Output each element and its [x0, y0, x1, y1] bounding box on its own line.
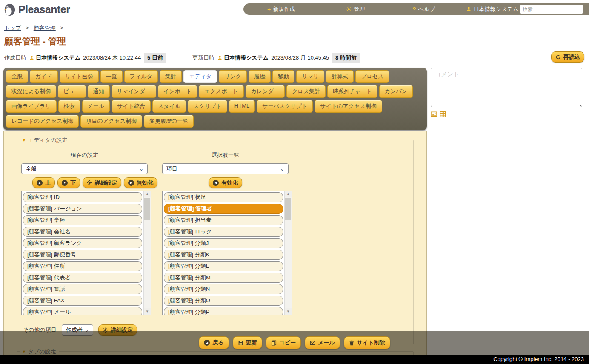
scrollbar-thumb[interactable]: [285, 198, 291, 220]
tab-item[interactable]: 検索: [58, 100, 80, 113]
tab-item[interactable]: クロス集計: [286, 85, 326, 98]
tab-item[interactable]: カレンダー: [246, 85, 285, 98]
reload-button[interactable]: 再読込: [551, 51, 584, 63]
scroll-down-icon[interactable]: ▼: [285, 308, 292, 315]
list-item[interactable]: [顧客管理] 管理者: [164, 204, 283, 214]
tab-item[interactable]: 全般: [6, 70, 28, 83]
tab-item[interactable]: 変更履歴の一覧: [144, 115, 194, 128]
tab-item[interactable]: ビュー: [58, 85, 86, 98]
nav-item-help[interactable]: ?ヘルプ: [412, 6, 435, 13]
tab-item[interactable]: HTML: [229, 100, 255, 113]
tab-item[interactable]: プロセス: [355, 70, 389, 83]
choices-listbox: [顧客管理] 状況[顧客管理] 管理者[顧客管理] 担当者[顧客管理] ロック[…: [162, 191, 292, 315]
tab-item[interactable]: ガイド: [30, 70, 58, 83]
list-item[interactable]: [顧客管理] 状況: [164, 192, 283, 202]
list-item[interactable]: [顧客管理] ロック: [164, 227, 283, 237]
scroll-up-icon[interactable]: ▲: [144, 191, 151, 197]
nav-item-new[interactable]: +新規作成: [267, 6, 295, 13]
nav-item-manage[interactable]: 管理: [346, 6, 365, 13]
list-item[interactable]: [顧客管理] 会社名: [23, 227, 142, 237]
settings-column: 全般ガイドサイト画像一覧フィルタ集計エディタリンク履歴移動サマリ計算式プロセス状…: [3, 68, 427, 364]
list-item[interactable]: [顧客管理] 分類O: [164, 296, 283, 306]
copy-icon: [271, 340, 277, 346]
tab-item[interactable]: スタイル: [152, 100, 186, 113]
tab-item[interactable]: サイト画像: [60, 70, 99, 83]
breadcrumb-link-top[interactable]: トップ: [4, 25, 21, 31]
tab-item[interactable]: 集計: [160, 70, 182, 83]
list-item[interactable]: [顧客管理] 分類M: [164, 273, 283, 283]
tab-item[interactable]: カンバン: [379, 85, 413, 98]
tab-item[interactable]: 移動: [272, 70, 294, 83]
tab-item[interactable]: レコードのアクセス制御: [6, 115, 79, 128]
tab-item[interactable]: インポート: [158, 85, 197, 98]
question-icon: ?: [412, 6, 416, 13]
listbox-scrollbar[interactable]: ▲ ▼: [143, 191, 151, 315]
breadcrumb: トップ > 顧客管理 >: [4, 24, 589, 32]
list-item[interactable]: [顧客管理] 郵便番号: [23, 250, 142, 260]
tab-item[interactable]: リンク: [219, 70, 247, 83]
app-logo[interactable]: Pleasanter: [3, 2, 70, 17]
tab-item[interactable]: リマインダー: [112, 85, 157, 98]
list-item[interactable]: [顧客管理] 担当者: [164, 215, 283, 225]
list-item[interactable]: [顧客管理] 分類P: [164, 307, 283, 315]
tab-item[interactable]: サイト統合: [112, 100, 151, 113]
search-input[interactable]: [520, 5, 583, 14]
nav-item-user[interactable]: 日本情報システム: [466, 6, 518, 13]
list-item[interactable]: [顧客管理] 代表者: [23, 273, 142, 283]
list-item[interactable]: [顧客管理] FAX: [23, 296, 142, 306]
top-bar: Pleasanter +新規作成管理?ヘルプ日本情報システム: [0, 0, 589, 20]
tab-item[interactable]: サイトのアクセス制御: [315, 100, 382, 113]
list-item[interactable]: [顧客管理] 顧客ランク: [23, 238, 142, 248]
listbox-scrollbar[interactable]: ▲ ▼: [284, 191, 292, 315]
breadcrumb-link-site[interactable]: 顧客管理: [34, 25, 56, 31]
list-item[interactable]: [顧客管理] メール: [23, 307, 142, 315]
tab-item[interactable]: メール: [82, 100, 110, 113]
circle-right-icon: ▶: [128, 180, 134, 186]
tab-item[interactable]: 計算式: [326, 70, 354, 83]
list-item[interactable]: [顧客管理] 分類J: [164, 238, 283, 248]
image-button[interactable]: [431, 111, 437, 117]
move-up-button[interactable]: ▲上: [32, 177, 55, 188]
scrollbar-thumb[interactable]: [144, 198, 150, 220]
move-down-button[interactable]: ▼下: [57, 177, 80, 188]
list-item[interactable]: [顧客管理] 分類K: [164, 250, 283, 260]
circle-left-icon: ◀: [213, 180, 219, 186]
comment-input[interactable]: [431, 68, 582, 107]
tab-item[interactable]: エクスポート: [199, 85, 244, 98]
tab-item[interactable]: サマリ: [296, 70, 324, 83]
back-button[interactable]: ◀戻る: [199, 336, 229, 349]
tab-item[interactable]: 項目のアクセス制御: [80, 115, 142, 128]
tab-item[interactable]: 履歴: [249, 70, 271, 83]
list-item[interactable]: [顧客管理] ID: [23, 192, 142, 202]
current-settings-select[interactable]: 全般 ⌄: [21, 163, 148, 174]
detail-settings-button[interactable]: 詳細設定: [83, 177, 121, 188]
update-button[interactable]: 更新: [233, 336, 262, 349]
list-item[interactable]: [顧客管理] 電話: [23, 284, 142, 294]
choices-select[interactable]: 項目 ⌄: [162, 163, 289, 174]
tab-item[interactable]: サーバスクリプト: [257, 100, 313, 113]
mail-button[interactable]: メール: [305, 336, 340, 349]
tab-item[interactable]: スクリプト: [188, 100, 227, 113]
tab-item[interactable]: 一覧: [100, 70, 123, 83]
list-item[interactable]: [顧客管理] バージョン: [23, 204, 142, 214]
grid-button[interactable]: [440, 111, 446, 117]
list-item[interactable]: [顧客管理] 分類L: [164, 261, 283, 271]
enable-button[interactable]: ◀有効化: [209, 177, 242, 188]
tab-item[interactable]: フィルタ: [124, 70, 158, 83]
tab-item[interactable]: 通知: [88, 85, 110, 98]
disable-button[interactable]: ▶無効化: [124, 177, 157, 188]
scroll-down-icon[interactable]: ▼: [144, 308, 151, 315]
tab-item[interactable]: 状況による制御: [6, 85, 56, 98]
tab-item[interactable]: エディタ: [183, 70, 217, 83]
site-delete-button[interactable]: サイト削除: [344, 336, 390, 349]
list-item[interactable]: [顧客管理] 業種: [23, 215, 142, 225]
button-label: 戻る: [212, 339, 223, 347]
scroll-up-icon[interactable]: ▲: [285, 191, 292, 197]
tab-item[interactable]: 時系列チャート: [327, 85, 377, 98]
editor-settings-legend[interactable]: ▼ エディタの設定: [20, 136, 70, 144]
list-item[interactable]: [顧客管理] 分類N: [164, 284, 283, 294]
list-item[interactable]: [顧客管理] 住所: [23, 261, 142, 271]
tab-item[interactable]: 画像ライブラリ: [6, 100, 57, 113]
copy-button[interactable]: コピー: [266, 336, 301, 349]
comment-toolbar: [431, 111, 582, 117]
